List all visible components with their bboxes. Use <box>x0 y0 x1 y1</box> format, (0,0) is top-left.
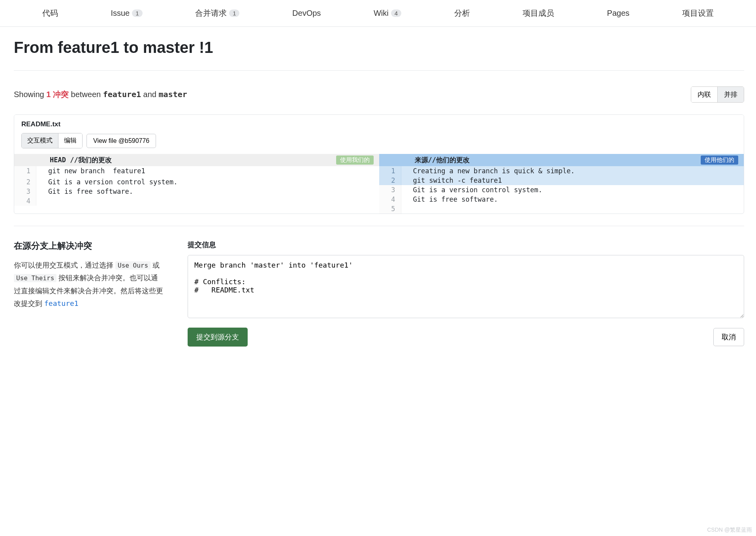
line-number: 2 <box>379 176 401 185</box>
code-content: Git is free software. <box>401 195 744 204</box>
nav-item-label: Wiki <box>374 9 389 18</box>
nav-item-label: DevOps <box>292 9 321 18</box>
code-content: git switch -c feature1 <box>401 176 744 185</box>
code-row: 4 <box>14 196 379 206</box>
line-number: 1 <box>379 166 401 176</box>
nav-item-1[interactable]: Issue1 <box>111 9 142 18</box>
code-content: Git is a version control system. <box>36 177 379 187</box>
file-header: README.txt 交互模式 编辑 View file @b590776 <box>14 115 744 154</box>
file-name: README.txt <box>21 120 737 128</box>
nav-item-4[interactable]: Wiki4 <box>374 9 401 18</box>
mode-toggle: 交互模式 编辑 <box>21 133 83 148</box>
nav-item-5[interactable]: 分析 <box>454 8 470 19</box>
code-content: Git is a version control system. <box>401 185 744 195</box>
kbd-use-theirs: Use Theirs <box>14 274 56 282</box>
line-number: 4 <box>14 196 36 206</box>
code-content: Git is free software. <box>36 187 379 196</box>
conflict-summary: Showing 1 冲突 between feature1 and master <box>14 89 187 100</box>
page-title: From feature1 to master !1 <box>14 39 744 56</box>
submit-button[interactable]: 提交到源分支 <box>188 328 248 347</box>
line-number: 3 <box>379 185 401 195</box>
code-row: 5 <box>379 204 744 214</box>
summary-between: between <box>71 90 101 99</box>
resolve-text-1: 你可以使用交互模式，通过选择 <box>14 261 115 269</box>
diff-right-pane: 来源//他们的更改 使用他们的 1Creating a new branch i… <box>379 154 744 214</box>
nav-item-label: 合并请求 <box>195 8 227 19</box>
code-row: 4Git is free software. <box>379 195 744 204</box>
nav-item-7[interactable]: Pages <box>607 9 630 18</box>
resolve-help: 在源分支上解决冲突 你可以使用交互模式，通过选择 Use Ours 或 Use … <box>14 240 164 347</box>
view-file-button[interactable]: View file @b590776 <box>87 134 156 148</box>
diff-left-header: HEAD //我们的更改 使用我们的 <box>14 154 379 166</box>
nav-item-label: Issue <box>111 9 130 18</box>
cancel-button[interactable]: 取消 <box>713 328 744 346</box>
interactive-mode-button[interactable]: 交互模式 <box>22 133 58 148</box>
line-number: 3 <box>14 187 36 196</box>
nav-item-3[interactable]: DevOps <box>292 9 321 18</box>
view-side-button[interactable]: 并排 <box>717 87 744 102</box>
commit-message-textarea[interactable] <box>188 255 744 318</box>
use-ours-button[interactable]: 使用我们的 <box>336 156 374 165</box>
view-inline-button[interactable]: 内联 <box>691 87 717 102</box>
summary-showing: Showing <box>14 90 44 99</box>
edit-mode-button[interactable]: 编辑 <box>58 133 82 148</box>
nav-item-8[interactable]: 项目设置 <box>682 8 714 19</box>
code-row: 3Git is free software. <box>14 187 379 196</box>
diff-right-header: 来源//他们的更改 使用他们的 <box>379 154 744 166</box>
diff-right-title: 来源//他们的更改 <box>379 156 470 165</box>
code-row: 3Git is a version control system. <box>379 185 744 195</box>
conflict-summary-row: Showing 1 冲突 between feature1 and master… <box>14 86 744 103</box>
nav-item-label: 项目设置 <box>682 8 714 19</box>
resolve-text-2: 或 <box>150 261 160 269</box>
diff-left-pane: HEAD //我们的更改 使用我们的 1git new branch featu… <box>14 154 379 214</box>
resolve-description: 你可以使用交互模式，通过选择 Use Ours 或 Use Theirs 按钮来… <box>14 259 164 310</box>
line-number: 4 <box>379 195 401 204</box>
branch-to: master <box>159 90 187 99</box>
nav-item-badge: 1 <box>132 9 142 17</box>
resolve-branch-link[interactable]: feature1 <box>44 299 79 307</box>
code-row: 1git new branch feature1 <box>14 166 379 176</box>
nav-item-label: Pages <box>607 9 630 18</box>
top-nav: 代码Issue1合并请求1DevOpsWiki4分析项目成员Pages项目设置 <box>0 0 756 27</box>
view-toggle: 内联 并排 <box>691 86 744 103</box>
nav-item-label: 代码 <box>42 8 58 19</box>
nav-item-label: 项目成员 <box>523 8 554 19</box>
use-theirs-button[interactable]: 使用他们的 <box>701 156 738 165</box>
code-row: 2Git is a version control system. <box>14 177 379 187</box>
main-container: From feature1 to master !1 Showing 1 冲突 … <box>0 27 756 358</box>
nav-item-2[interactable]: 合并请求1 <box>195 8 239 19</box>
file-actions: 交互模式 编辑 View file @b590776 <box>21 133 737 148</box>
code-content <box>401 204 744 214</box>
code-row: 2git switch -c feature1 <box>379 176 744 185</box>
branch-from: feature1 <box>103 90 141 99</box>
conflict-count: 1 冲突 <box>46 90 69 99</box>
diff-left-title: HEAD //我们的更改 <box>14 156 112 165</box>
summary-and: and <box>143 90 156 99</box>
nav-item-badge: 1 <box>229 9 239 17</box>
code-content: Creating a new branch is quick & simple. <box>401 166 744 176</box>
resolve-section: 在源分支上解决冲突 你可以使用交互模式，通过选择 Use Ours 或 Use … <box>14 226 744 347</box>
nav-item-badge: 4 <box>391 9 401 17</box>
commit-label: 提交信息 <box>188 240 744 249</box>
divider <box>14 70 744 71</box>
nav-item-6[interactable]: 项目成员 <box>523 8 554 19</box>
line-number: 2 <box>14 177 36 187</box>
resolve-title: 在源分支上解决冲突 <box>14 240 164 252</box>
code-content: git new branch feature1 <box>36 166 379 176</box>
code-content <box>36 196 379 206</box>
line-number: 1 <box>14 166 36 176</box>
commit-actions: 提交到源分支 取消 <box>188 328 744 347</box>
line-number: 5 <box>379 204 401 214</box>
conflict-file: README.txt 交互模式 编辑 View file @b590776 HE… <box>14 114 744 214</box>
diff-grid: HEAD //我们的更改 使用我们的 1git new branch featu… <box>14 154 744 214</box>
code-row: 1Creating a new branch is quick & simple… <box>379 166 744 176</box>
nav-item-0[interactable]: 代码 <box>42 8 58 19</box>
kbd-use-ours: Use Ours <box>115 261 150 270</box>
nav-item-label: 分析 <box>454 8 470 19</box>
commit-form: 提交信息 提交到源分支 取消 <box>188 240 744 347</box>
